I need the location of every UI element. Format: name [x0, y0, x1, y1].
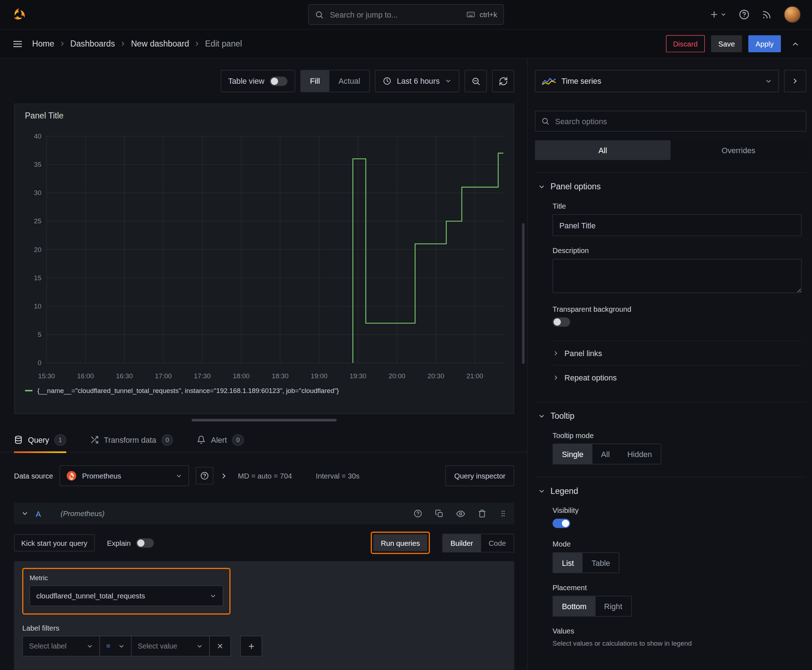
collapse-query-icon[interactable]: [21, 510, 28, 517]
options-search-input[interactable]: [535, 111, 806, 132]
kick-start-button[interactable]: Kick start your query: [14, 535, 95, 552]
svg-text:19:30: 19:30: [350, 372, 367, 380]
legend-visibility-toggle[interactable]: [553, 519, 570, 528]
pane-resize-handle[interactable]: [192, 419, 337, 421]
legend-section-header[interactable]: Legend: [535, 487, 806, 496]
query-row-header[interactable]: A (Prometheus): [14, 503, 514, 524]
explain-toggle[interactable]: [136, 538, 154, 548]
transparent-background-toggle[interactable]: [553, 318, 570, 327]
x-icon: [217, 643, 224, 650]
svg-text:17:30: 17:30: [194, 372, 211, 380]
news-button[interactable]: [762, 10, 771, 19]
datasource-help-button[interactable]: [196, 467, 214, 485]
query-options-expand[interactable]: [220, 472, 228, 480]
legend-label[interactable]: {__name__="cloudflared_tunnel_total_requ…: [37, 387, 339, 394]
datasource-picker[interactable]: Prometheus: [60, 465, 190, 486]
panel-links-section[interactable]: Panel links: [553, 341, 802, 365]
tab-transform[interactable]: Transform data 0: [90, 427, 173, 452]
breadcrumb-home[interactable]: Home: [32, 39, 54, 48]
fill-option[interactable]: Fill: [301, 71, 329, 91]
repeat-options-section[interactable]: Repeat options: [553, 365, 802, 389]
panel-options-header[interactable]: Panel options: [535, 182, 806, 191]
mega-menu-toggle[interactable]: [12, 39, 23, 49]
panel-title-input[interactable]: [553, 214, 802, 236]
tab-query-label: Query: [28, 435, 49, 444]
discard-button[interactable]: Discard: [666, 35, 705, 52]
user-avatar[interactable]: [784, 6, 800, 22]
builder-option[interactable]: Builder: [443, 534, 481, 552]
table-view-label: Table view: [228, 76, 264, 86]
placement-bottom[interactable]: Bottom: [553, 596, 595, 616]
code-option[interactable]: Code: [481, 534, 514, 552]
duplicate-query-button[interactable]: [435, 509, 443, 518]
query-help-button[interactable]: [414, 509, 422, 518]
query-actions-row: Kick start your query Explain Run querie…: [14, 531, 514, 554]
rss-icon: [762, 10, 771, 19]
grafana-logo-icon[interactable]: [12, 7, 27, 22]
breadcrumb-dashboards[interactable]: Dashboards: [70, 39, 115, 48]
table-view-control[interactable]: Table view: [220, 70, 295, 92]
apply-button[interactable]: Apply: [748, 35, 781, 52]
legend-mode-table[interactable]: Table: [583, 553, 619, 573]
breadcrumb: Home Dashboards New dashboard Edit panel: [32, 39, 242, 48]
visualization-picker[interactable]: Time series: [535, 70, 779, 92]
panel-title[interactable]: Panel Title: [25, 111, 506, 121]
legend-mode-group: List Table: [553, 552, 619, 573]
select-value-dropdown[interactable]: Select value: [131, 636, 210, 656]
select-label-dropdown[interactable]: Select label: [22, 636, 100, 656]
tooltip-mode-all[interactable]: All: [592, 444, 618, 464]
query-inspector-button[interactable]: Query inspector: [445, 465, 514, 486]
tooltip-section-title: Tooltip: [551, 411, 575, 421]
time-range-label: Last 6 hours: [397, 76, 440, 86]
toggle-viz-pane-button[interactable]: [784, 70, 806, 92]
remove-filter-button[interactable]: [209, 636, 231, 656]
actual-option[interactable]: Actual: [329, 71, 370, 91]
drag-query-handle[interactable]: [499, 509, 507, 518]
tab-overrides[interactable]: Overrides: [671, 140, 806, 160]
svg-text:5: 5: [37, 331, 41, 338]
query-ref-id[interactable]: A: [36, 509, 41, 518]
placement-right[interactable]: Right: [595, 596, 631, 616]
metric-select[interactable]: cloudflared_tunnel_total_requests: [29, 585, 223, 606]
global-search-input[interactable]: [329, 10, 460, 19]
global-search[interactable]: ctrl+k: [308, 4, 504, 25]
hide-query-button[interactable]: [456, 509, 465, 518]
operator-dropdown[interactable]: =: [100, 636, 132, 656]
legend-mode-list[interactable]: List: [553, 553, 583, 573]
clock-icon: [383, 76, 392, 86]
tooltip-mode-single[interactable]: Single: [553, 444, 592, 464]
metric-value: cloudflared_tunnel_total_requests: [36, 592, 145, 600]
panel-description-input[interactable]: [553, 259, 802, 293]
refresh-button[interactable]: [492, 70, 514, 92]
svg-text:30: 30: [34, 189, 42, 196]
svg-text:40: 40: [34, 132, 42, 140]
time-range-picker[interactable]: Last 6 hours: [375, 70, 459, 92]
breadcrumb-new-dashboard[interactable]: New dashboard: [131, 39, 189, 48]
tab-all[interactable]: All: [535, 140, 671, 160]
options-search[interactable]: [535, 111, 806, 132]
run-queries-button[interactable]: Run queries: [374, 535, 427, 552]
svg-text:15: 15: [34, 274, 42, 282]
chevron-down-icon: [445, 78, 451, 85]
zoom-out-button[interactable]: [464, 70, 487, 92]
tooltip-mode-hidden[interactable]: Hidden: [619, 444, 661, 464]
prometheus-icon: [66, 470, 77, 481]
chevron-down-icon: [118, 643, 125, 650]
save-button[interactable]: Save: [711, 35, 742, 52]
help-button[interactable]: [739, 9, 749, 20]
tab-query[interactable]: Query 1: [14, 427, 66, 452]
tooltip-section-header[interactable]: Tooltip: [535, 411, 806, 421]
datasource-name: Prometheus: [82, 472, 121, 480]
add-filter-button[interactable]: [240, 636, 262, 656]
chart-legend: {__name__="cloudflared_tunnel_total_requ…: [25, 387, 506, 394]
chevron-down-icon: [538, 488, 545, 495]
delete-query-button[interactable]: [478, 509, 486, 518]
max-data-points-stat: MD = auto = 704: [238, 472, 292, 480]
table-view-toggle[interactable]: [270, 76, 287, 86]
time-series-chart[interactable]: 051015202530354015:3016:0016:3017:0017:3…: [23, 126, 507, 384]
title-field: Title: [553, 202, 802, 236]
add-menu-button[interactable]: [710, 10, 727, 19]
tab-alert[interactable]: Alert 0: [197, 427, 244, 452]
left-scrollbar[interactable]: [522, 223, 524, 364]
collapse-pane-button[interactable]: [791, 40, 800, 48]
